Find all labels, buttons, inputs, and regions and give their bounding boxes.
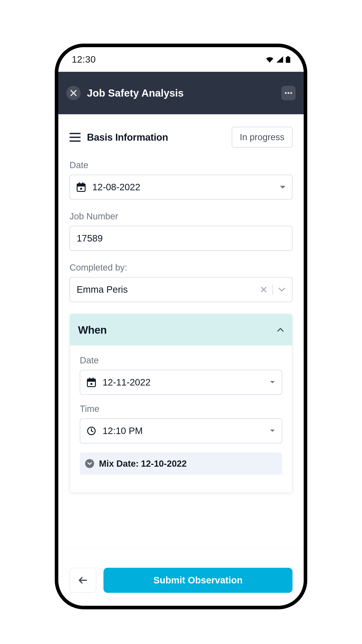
back-button[interactable] — [69, 568, 96, 593]
svg-rect-13 — [89, 378, 90, 380]
svg-rect-7 — [80, 188, 82, 190]
close-button[interactable] — [66, 86, 81, 100]
page-title: Job Safety Analysis — [87, 87, 275, 99]
section-title: Basis Information — [87, 132, 225, 143]
completed-by-label: Completed by: — [69, 262, 293, 272]
menu-button[interactable] — [69, 133, 81, 142]
chevron-down-icon — [280, 185, 285, 189]
svg-rect-14 — [92, 378, 94, 380]
chevron-down-icon — [270, 429, 275, 433]
mix-date-value: 12-10-2022 — [141, 459, 187, 469]
close-icon — [70, 90, 77, 96]
calendar-icon — [87, 378, 96, 387]
svg-rect-6 — [77, 184, 85, 186]
divider — [272, 284, 273, 295]
when-time-label: Time — [80, 404, 282, 414]
svg-rect-12 — [90, 383, 92, 385]
status-bar: 12:30 — [58, 47, 304, 72]
more-horizontal-icon — [285, 92, 292, 94]
job-number-value: 17589 — [77, 233, 285, 244]
when-card: When Date 12-11-2022 — [69, 314, 293, 493]
phone-frame: 12:30 — [55, 44, 307, 609]
svg-point-4 — [290, 92, 292, 94]
battery-icon — [286, 56, 290, 63]
when-date-field: Date 12-11-2022 — [80, 355, 282, 395]
completed-by-value: Emma Peris — [77, 284, 254, 295]
mix-date-row[interactable]: Mix Date: 12-10-2022 — [80, 452, 282, 475]
arrow-left-icon — [78, 577, 87, 584]
when-date-input[interactable]: 12-11-2022 — [80, 370, 282, 395]
status-icons — [266, 56, 290, 63]
svg-point-2 — [285, 92, 287, 94]
when-date-label: Date — [80, 355, 282, 366]
section-header: Basis Information In progress — [69, 127, 293, 148]
chevron-down-circle-icon — [85, 459, 94, 468]
job-number-field: Job Number 17589 — [69, 211, 293, 251]
more-button[interactable] — [281, 86, 296, 100]
when-body: Date 12-11-2022 — [70, 346, 292, 492]
when-time-field: Time 12:10 PM — [80, 404, 282, 444]
when-title: When — [78, 324, 277, 336]
clear-icon[interactable] — [260, 286, 267, 293]
clock-icon — [87, 426, 96, 435]
job-number-label: Job Number — [69, 211, 293, 222]
when-header[interactable]: When — [70, 314, 292, 346]
date-value: 12-08-2022 — [92, 182, 273, 192]
footer: Submit Observation — [58, 562, 304, 606]
date-label: Date — [69, 160, 293, 170]
mix-date-label: Mix Date: — [99, 459, 139, 469]
completed-by-field: Completed by: Emma Peris — [69, 262, 293, 302]
calendar-icon — [77, 182, 86, 192]
job-number-input[interactable]: 17589 — [69, 226, 293, 251]
when-date-value: 12-11-2022 — [103, 377, 263, 388]
chevron-up-icon — [277, 328, 284, 332]
submit-label: Submit Observation — [153, 575, 242, 586]
svg-point-3 — [288, 92, 289, 94]
chevron-down-icon — [270, 380, 275, 384]
app-header: Job Safety Analysis — [58, 72, 304, 114]
status-badge: In progress — [232, 127, 293, 148]
status-time: 12:30 — [72, 54, 96, 65]
svg-rect-0 — [287, 56, 289, 57]
submit-button[interactable]: Submit Observation — [103, 568, 293, 593]
chevron-down-icon[interactable] — [278, 287, 285, 292]
cellular-icon — [276, 56, 283, 62]
svg-rect-11 — [87, 379, 95, 382]
svg-rect-1 — [286, 57, 290, 63]
when-time-value: 12:10 PM — [103, 426, 263, 436]
wifi-icon — [266, 56, 274, 62]
when-time-input[interactable]: 12:10 PM — [80, 418, 282, 444]
date-field: Date 12-08-2022 — [69, 160, 293, 200]
svg-rect-8 — [79, 182, 80, 185]
content: Basis Information In progress Date 12-08… — [58, 114, 304, 493]
svg-rect-9 — [82, 182, 83, 185]
completed-by-select[interactable]: Emma Peris — [69, 277, 293, 302]
date-input[interactable]: 12-08-2022 — [69, 175, 293, 200]
